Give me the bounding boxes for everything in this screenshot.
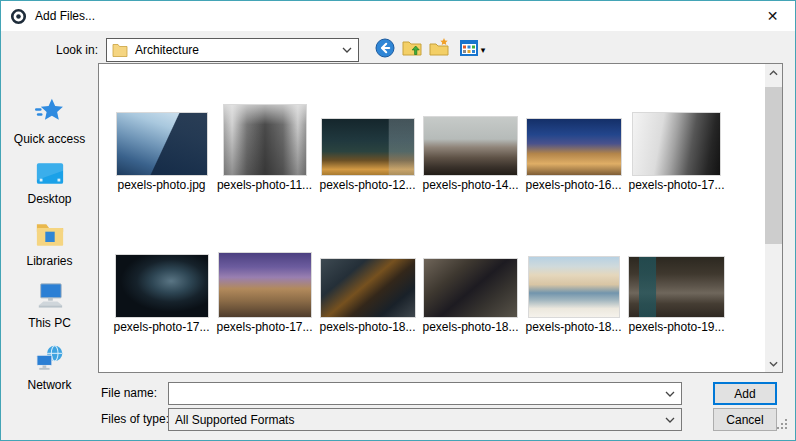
scrollbar-thumb[interactable] bbox=[765, 87, 782, 244]
file-thumbnail bbox=[424, 259, 517, 317]
sidebar-item-libraries[interactable]: Libraries bbox=[4, 221, 96, 268]
file-list-view: pexels-photo.jpg pexels-photo-11... pexe… bbox=[98, 63, 783, 373]
file-label: pexels-photo-17... bbox=[216, 320, 312, 334]
file-thumbnail bbox=[224, 105, 306, 175]
network-globe-icon bbox=[34, 344, 66, 376]
chevron-down-icon bbox=[336, 47, 358, 53]
titlebar: Add Files... ✕ bbox=[1, 1, 795, 31]
file-item[interactable]: pexels-photo-14... bbox=[419, 100, 522, 192]
file-thumbnail bbox=[219, 253, 311, 317]
file-item[interactable]: pexels-photo-17... bbox=[625, 100, 728, 192]
window-title: Add Files... bbox=[35, 9, 95, 23]
up-one-level-button[interactable] bbox=[401, 39, 423, 61]
close-button[interactable]: ✕ bbox=[750, 1, 795, 31]
file-label: pexels-photo-14... bbox=[422, 178, 518, 192]
folder-icon bbox=[112, 43, 128, 57]
file-item[interactable]: pexels-photo-17... bbox=[213, 242, 316, 334]
desktop-icon bbox=[35, 161, 65, 190]
file-name-input[interactable] bbox=[169, 384, 659, 403]
resize-grip[interactable] bbox=[775, 416, 788, 434]
file-label: pexels-photo-18... bbox=[319, 320, 415, 334]
file-thumbnail bbox=[424, 117, 517, 175]
file-item[interactable]: pexels-photo.jpg bbox=[110, 100, 213, 192]
file-name-label: File name: bbox=[101, 382, 157, 405]
computer-icon bbox=[34, 282, 66, 314]
sidebar-item-desktop[interactable]: Desktop bbox=[4, 161, 96, 206]
sidebar-item-label: Desktop bbox=[27, 192, 71, 206]
scroll-down-button[interactable] bbox=[765, 355, 782, 372]
file-label: pexels-photo-12... bbox=[319, 178, 415, 192]
sidebar-item-label: Libraries bbox=[26, 254, 72, 268]
add-files-dialog: Add Files... ✕ Look in: Architecture bbox=[0, 0, 796, 441]
sidebar-item-quick-access[interactable]: Quick access bbox=[4, 99, 96, 146]
cancel-button[interactable]: Cancel bbox=[713, 408, 777, 431]
file-thumbnail bbox=[321, 259, 415, 317]
file-thumbnail bbox=[117, 113, 207, 175]
chevron-down-icon[interactable] bbox=[659, 391, 681, 397]
cancel-button-label: Cancel bbox=[726, 413, 763, 427]
file-item[interactable]: pexels-photo-11... bbox=[213, 100, 316, 192]
dialog-body: Look in: Architecture bbox=[1, 31, 795, 440]
file-label: pexels-photo-11... bbox=[217, 178, 312, 192]
sidebar-item-label: This PC bbox=[28, 316, 71, 330]
look-in-combobox[interactable]: Architecture bbox=[106, 38, 359, 62]
chevron-up-icon bbox=[769, 70, 778, 76]
quick-access-star-icon bbox=[34, 96, 66, 130]
files-of-type-label: Files of type: bbox=[101, 408, 169, 431]
chevron-down-icon bbox=[769, 361, 778, 367]
chevron-down-icon bbox=[659, 417, 681, 423]
view-menu-button[interactable]: ▾ bbox=[455, 39, 489, 61]
sidebar-item-label: Quick access bbox=[14, 132, 85, 146]
file-label: pexels-photo-19... bbox=[628, 320, 724, 334]
file-name-combobox bbox=[168, 382, 682, 405]
look-in-value: Architecture bbox=[135, 43, 336, 57]
places-sidebar: Quick access Desktop Libraries This PC bbox=[1, 67, 98, 370]
files-of-type-value: All Supported Formats bbox=[169, 413, 659, 427]
scroll-up-button[interactable] bbox=[765, 64, 782, 81]
libraries-folder-icon bbox=[35, 221, 65, 252]
sidebar-item-network[interactable]: Network bbox=[4, 345, 96, 392]
file-label: pexels-photo-18... bbox=[422, 320, 518, 334]
file-item[interactable]: pexels-photo-17... bbox=[110, 242, 213, 334]
file-thumbnail bbox=[527, 119, 621, 175]
back-icon bbox=[375, 38, 395, 62]
file-item[interactable]: pexels-photo-18... bbox=[419, 242, 522, 334]
view-menu-caret-icon: ▾ bbox=[481, 45, 486, 55]
file-thumbnail bbox=[322, 119, 414, 175]
sidebar-item-this-pc[interactable]: This PC bbox=[4, 283, 96, 330]
up-folder-icon bbox=[402, 38, 422, 62]
close-icon: ✕ bbox=[767, 8, 779, 24]
file-thumbnail bbox=[629, 257, 724, 317]
view-menu-icon bbox=[459, 39, 479, 61]
sidebar-item-label: Network bbox=[27, 378, 71, 392]
file-label: pexels-photo-17... bbox=[113, 320, 209, 334]
vertical-scrollbar[interactable] bbox=[765, 64, 782, 372]
look-in-label: Look in: bbox=[1, 38, 98, 62]
new-folder-icon bbox=[429, 38, 449, 62]
file-thumbnail bbox=[529, 257, 619, 317]
files-of-type-dropdown[interactable]: All Supported Formats bbox=[168, 408, 682, 431]
add-button[interactable]: Add bbox=[713, 382, 777, 405]
file-item[interactable]: pexels-photo-19... bbox=[625, 242, 728, 334]
app-shutter-icon bbox=[10, 8, 27, 25]
back-button[interactable] bbox=[374, 39, 396, 61]
file-label: pexels-photo.jpg bbox=[117, 178, 205, 192]
file-grid: pexels-photo.jpg pexels-photo-11... pexe… bbox=[99, 64, 765, 372]
file-item[interactable]: pexels-photo-12... bbox=[316, 100, 419, 192]
new-folder-button[interactable] bbox=[428, 39, 450, 61]
file-label: pexels-photo-17... bbox=[628, 178, 724, 192]
file-item[interactable]: pexels-photo-18... bbox=[316, 242, 419, 334]
file-item[interactable]: pexels-photo-16... bbox=[522, 100, 625, 192]
add-button-label: Add bbox=[734, 387, 755, 401]
file-thumbnail bbox=[633, 113, 720, 175]
file-label: pexels-photo-18... bbox=[525, 320, 621, 334]
file-thumbnail bbox=[116, 255, 208, 317]
file-item[interactable]: pexels-photo-18... bbox=[522, 242, 625, 334]
file-label: pexels-photo-16... bbox=[525, 178, 621, 192]
